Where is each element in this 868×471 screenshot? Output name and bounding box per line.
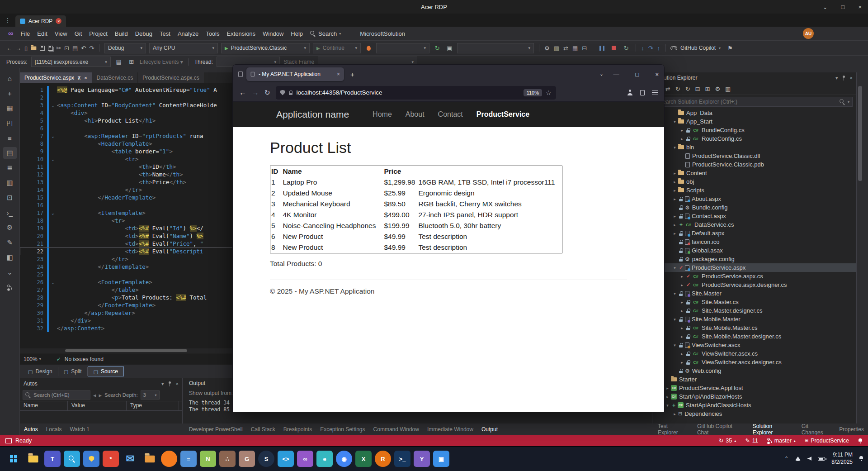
menu-extensions[interactable]: Extensions (223, 27, 259, 40)
solution-explorer-scrollbar[interactable] (856, 72, 863, 423)
close-icon[interactable]: × (858, 4, 862, 10)
tab-breakpoints[interactable]: Breakpoints (279, 426, 316, 433)
repository-selector[interactable]: ⊞ ProductService (805, 438, 849, 444)
overflow-menu-icon[interactable]: ⋮ (0, 17, 15, 24)
tree-item-site-mobile-master[interactable]: ▾Site.Mobile.Master (652, 315, 856, 324)
nav-link-contact[interactable]: Contact (438, 110, 463, 119)
tree-item-viewswitcher-ascx[interactable]: ▾ViewSwitcher.ascx (652, 341, 856, 349)
account-avatar[interactable]: AU (803, 28, 814, 39)
tree-item-productservice-apphost[interactable]: ▸C#ProductService.AppHost (652, 384, 856, 392)
tray-chevron-icon[interactable]: ⌃ (784, 456, 788, 461)
step-out-icon[interactable]: ↑ (657, 45, 660, 51)
tab-call-stack[interactable]: Call Stack (247, 426, 279, 433)
nav-link-about[interactable]: About (406, 110, 425, 119)
chevron-down-icon[interactable]: ▾ (161, 381, 164, 386)
firefox-view-icon[interactable] (238, 71, 243, 77)
add-item-icon[interactable]: + (3, 87, 17, 99)
compare-icon[interactable]: ⇄ (563, 45, 568, 51)
columns-icon[interactable]: ▦ (572, 45, 578, 51)
tree-item-starter[interactable]: Starter (652, 375, 856, 384)
save-all-icon[interactable] (48, 46, 53, 51)
calculator-button[interactable]: = (180, 451, 197, 467)
tab-solution-explorer[interactable]: Solution Explorer (749, 423, 797, 436)
tree-item-obj[interactable]: ▸obj (652, 177, 856, 186)
account-icon[interactable] (627, 90, 633, 95)
home-icon[interactable]: ⌂ (3, 72, 17, 84)
copy-icon[interactable]: ⊡ (3, 192, 17, 204)
preview-icon[interactable]: ▥ (725, 86, 731, 92)
close-icon[interactable]: × (655, 71, 659, 77)
search-app-button[interactable] (64, 451, 80, 467)
tree-item-bin[interactable]: ▾bin (652, 143, 856, 152)
excel-button[interactable]: X (355, 451, 372, 467)
fullscreen-icon[interactable]: ◰ (3, 117, 17, 129)
tree-item-scripts[interactable]: ▸Scripts (652, 186, 856, 195)
tree-item-viewswitcher-ascx-cs[interactable]: ▸C#ViewSwitcher.ascx.cs (652, 349, 856, 358)
process-combo[interactable]: [11952] iisexpress.exe▾ (31, 57, 111, 67)
minimize-icon[interactable]: — (613, 71, 619, 77)
menu-window[interactable]: Window (259, 27, 287, 40)
file-explorer-button[interactable] (25, 451, 41, 467)
continue-combo[interactable]: ▶Continue▾ (313, 43, 361, 53)
tab-locals[interactable]: Locals (42, 426, 66, 433)
github-copilot-button[interactable]: GitHub Copilot ▾ (670, 45, 721, 51)
maximize-icon[interactable]: □ (636, 71, 639, 77)
solution-explorer-search[interactable]: ▾ (656, 97, 853, 107)
copy-icon[interactable]: ⊡ (64, 45, 69, 51)
hot-reload-target-combo[interactable]: ▾ (376, 43, 429, 53)
start-debugging-combo[interactable]: ▶ProductService.Classic▾ (221, 43, 310, 53)
visual-studio-button[interactable]: ∞ (297, 451, 313, 467)
tree-item-contact-aspx[interactable]: ▸Contact.aspx (652, 212, 856, 220)
close-icon[interactable]: × (176, 381, 179, 386)
clock[interactable]: 9:11 PM 8/2/2025 (831, 452, 853, 466)
zoom-indicator[interactable]: 110% (524, 89, 542, 96)
tracking-shield-icon[interactable] (280, 90, 285, 95)
editor-tab-productservice-aspx-cs[interactable]: ProductService.aspx.cs (138, 72, 204, 83)
properties-icon[interactable]: ⚙ (715, 86, 720, 92)
network-icon[interactable] (795, 457, 801, 461)
autos-column-type[interactable]: Type (127, 401, 179, 410)
tree-item-productservice-classic-dll[interactable]: ProductService.Classic.dll (652, 152, 856, 160)
stop-icon[interactable] (609, 43, 618, 53)
rust-app-button[interactable]: R (375, 451, 391, 467)
menu-file[interactable]: File (17, 27, 33, 40)
mail-button[interactable]: ✉ (122, 451, 138, 467)
bookmark-star-icon[interactable]: ☆ (546, 90, 552, 96)
expand-all-icon[interactable]: ⌄ (3, 266, 17, 278)
search-depth-combo[interactable]: 3▾ (141, 390, 160, 400)
tree-item-global-asax[interactable]: Global.asax (652, 246, 856, 255)
new-file-icon[interactable]: ▯ (24, 45, 28, 51)
notification-bell-icon[interactable] (859, 456, 863, 461)
tree-item-productservice-aspx-designer-cs[interactable]: ▸✓C#ProductService.aspx.designer.cs (652, 281, 856, 289)
tab-output[interactable]: Output (477, 426, 502, 433)
steam-button[interactable]: S (258, 451, 274, 467)
menu-edit[interactable]: Edit (33, 27, 51, 40)
redo-icon[interactable]: ↷ (89, 45, 94, 51)
menu-project[interactable]: Project (85, 27, 111, 40)
editor-tab-dataservice-cs[interactable]: DataService.cs (92, 72, 138, 83)
nav-link-home[interactable]: Home (373, 110, 392, 119)
menu-analyze[interactable]: Analyze (174, 27, 202, 40)
url-bar[interactable]: 110% ☆ (276, 86, 556, 100)
tree-item-packages-config[interactable]: ⚙packages.config (652, 255, 856, 263)
list-icon[interactable]: ≡ (3, 132, 17, 144)
github-desktop-button[interactable]: Y (414, 451, 430, 467)
menu-debug[interactable]: Debug (132, 27, 156, 40)
gimp-button[interactable]: G (239, 451, 255, 467)
git-branch-selector[interactable]: master ▴ (767, 438, 796, 444)
vscode-button[interactable]: <> (278, 451, 294, 467)
open-folder-icon[interactable] (31, 46, 37, 50)
start-button[interactable] (5, 451, 22, 467)
tab-watch-1[interactable]: Watch 1 (66, 426, 94, 433)
tab-test-explorer[interactable]: Test Explorer (654, 423, 693, 436)
step-into-icon[interactable]: ↓ (641, 45, 644, 51)
editor-zoom-select[interactable]: 100%▾ (24, 356, 41, 362)
sync-icon[interactable]: ↻ (675, 86, 680, 92)
debug-configuration-combo[interactable]: Debug▾ (104, 43, 146, 53)
tools-icon[interactable]: ✎ (3, 237, 17, 248)
tab-autos[interactable]: Autos (20, 426, 42, 433)
lock-icon[interactable] (289, 90, 293, 95)
package-icon[interactable]: ◧ (3, 252, 17, 263)
tree-item-bundle-config[interactable]: ⚙Bundle.config (652, 203, 856, 212)
collapse-all-icon[interactable]: ⊟ (695, 86, 700, 92)
